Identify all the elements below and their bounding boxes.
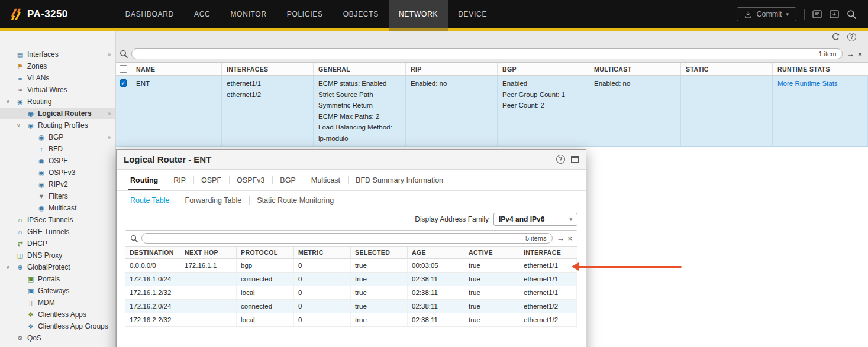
tab-routing[interactable]: Routing <box>122 170 166 190</box>
tasks-icon[interactable] <box>812 10 822 18</box>
nav-objects[interactable]: OBJECTS <box>333 0 389 28</box>
subtab-forwarding-table[interactable]: Forwarding Table <box>178 191 250 210</box>
cell-selected: true <box>351 259 408 272</box>
row-checkbox[interactable]: ✓ <box>120 79 126 87</box>
sidebar-item-routing[interactable]: ∨ ◉ Routing <box>0 96 115 108</box>
sidebar-item-zones[interactable]: ⚑ Zones <box>0 60 115 72</box>
chevron-down-icon[interactable]: ∨ <box>17 122 21 128</box>
sidebar-item-logical-routers[interactable]: ◉ Logical Routers <box>0 108 115 119</box>
tab-ospf[interactable]: OSPF <box>193 170 229 190</box>
dhcp-icon: ⇄ <box>15 241 25 247</box>
nav-network[interactable]: NETWORK <box>389 0 448 28</box>
nav-device[interactable]: DEVICE <box>448 0 497 28</box>
tab-rip[interactable]: RIP <box>166 170 193 190</box>
subtab-route-table[interactable]: Route Table <box>122 191 178 210</box>
commit-button[interactable]: Commit ▾ <box>737 7 796 21</box>
sidebar-item-gre-tunnels[interactable]: ∩ GRE Tunnels <box>0 226 115 238</box>
commit-caret-icon: ▾ <box>786 11 789 17</box>
sidebar-item-lldp[interactable]: ▤ LLDP <box>0 344 115 347</box>
nav-dashboard[interactable]: DASHBOARD <box>115 0 184 28</box>
sidebar-item-ospfv3[interactable]: ◉ OSPFv3 <box>0 167 115 179</box>
column-header-selected[interactable]: SELECTED <box>351 247 408 258</box>
chevron-down-icon[interactable]: ∨ <box>6 99 10 105</box>
more-runtime-stats-link[interactable]: More Runtime Stats <box>777 80 838 87</box>
search-input[interactable] <box>138 50 814 57</box>
chevron-down-icon[interactable]: ∨ <box>6 264 10 270</box>
column-header-metric[interactable]: METRIC <box>294 247 351 258</box>
refresh-icon[interactable] <box>831 33 840 41</box>
tab-ospfv3[interactable]: OSPFv3 <box>229 170 272 190</box>
sidebar-item-clientless-app-groups[interactable]: ❖ Clientless App Groups <box>0 320 115 332</box>
sidebar-item-ospf[interactable]: ◉ OSPF <box>0 155 115 167</box>
cell-age: 00:03:05 <box>408 259 464 272</box>
column-header-bgp[interactable]: BGP <box>498 63 589 75</box>
dialog-maximize-icon[interactable] <box>571 156 579 163</box>
route-row[interactable]: 172.16.2.2/32 local 0 true 02:38:11 true… <box>125 313 577 327</box>
cell-active: true <box>464 273 519 286</box>
apply-filter-icon[interactable]: → <box>556 235 564 242</box>
global-search-icon[interactable] <box>847 9 856 19</box>
sidebar-item-gateways[interactable]: ▣ Gateways <box>0 285 115 297</box>
column-header-multicast[interactable]: MULTICAST <box>589 63 681 75</box>
sidebar-item-interfaces[interactable]: ▤ Interfaces <box>0 48 115 60</box>
general-value: Load-Balancing Method: ip-modulo <box>318 122 401 144</box>
tab-bgp[interactable]: BGP <box>272 170 303 190</box>
sidebar-item-multicast[interactable]: ◉ Multicast <box>0 202 115 214</box>
column-header-static[interactable]: STATIC <box>681 63 773 75</box>
nav-acc[interactable]: ACC <box>184 0 220 28</box>
route-row[interactable]: 172.16.2.0/24 connected 0 true 02:38:11 … <box>125 300 577 313</box>
route-row[interactable]: 172.16.1.0/24 connected 0 true 02:38:11 … <box>125 273 577 286</box>
column-header-protocol[interactable]: PROTOCOL <box>237 247 294 258</box>
select-all-checkbox[interactable] <box>120 65 127 73</box>
column-header-age[interactable]: AGE <box>408 247 464 258</box>
sidebar-item-ripv2[interactable]: ◉ RIPv2 <box>0 179 115 190</box>
route-row[interactable]: 0.0.0.0/0 172.16.1.1 bgp 0 true 00:03:05… <box>125 259 577 273</box>
sidebar-item-clientless-apps[interactable]: ❖ Clientless Apps <box>0 309 115 320</box>
table-row-ent[interactable]: ✓ ENT ethernet1/1 ethernet1/2 ECMP statu… <box>116 76 868 147</box>
column-header-general[interactable]: GENERAL <box>314 63 406 75</box>
sidebar-item-globalprotect[interactable]: ∨ ⊕ GlobalProtect <box>0 261 115 273</box>
item-count: 1 item <box>818 50 836 57</box>
sidebar-item-label: QoS <box>27 334 41 342</box>
column-header-rip[interactable]: RIP <box>406 63 498 75</box>
sidebar-item-vlans[interactable]: ≡ VLANs <box>0 72 115 84</box>
help-icon[interactable]: ? <box>847 33 856 41</box>
sidebar-item-portals[interactable]: ▣ Portals <box>0 273 115 285</box>
column-header-destination[interactable]: DESTINATION <box>125 247 180 258</box>
new-window-icon[interactable] <box>830 10 839 18</box>
route-row[interactable]: 172.16.1.2/32 local 0 true 02:38:11 true… <box>125 286 577 300</box>
subtab-static-route-monitoring[interactable]: Static Route Monitoring <box>249 191 341 210</box>
sidebar-item-dhcp[interactable]: ⇄ DHCP <box>0 238 115 249</box>
column-header-next-hop[interactable]: NEXT HOP <box>180 247 237 258</box>
column-header-interface[interactable]: INTERFACE <box>519 247 577 258</box>
cell-selected: true <box>351 273 408 286</box>
tab-bfd-summary[interactable]: BFD Summary Information <box>348 170 451 190</box>
column-header-runtime-stats[interactable]: RUNTIME STATS <box>773 63 868 75</box>
sidebar-item-ipsec-tunnels[interactable]: ∩ IPSec Tunnels <box>0 214 115 226</box>
address-family-select[interactable]: IPv4 and IPv6 ▾ <box>493 213 577 226</box>
route-search-input[interactable] <box>148 235 521 242</box>
sidebar-item-virtual-wires[interactable]: ≈ Virtual Wires <box>0 84 115 96</box>
sidebar-item-qos[interactable]: ⚙ QoS <box>0 332 115 344</box>
dialog-help-icon[interactable]: ? <box>556 155 565 164</box>
sidebar-item-routing-profiles[interactable]: ∨ ◉ Routing Profiles <box>0 119 115 131</box>
general-value: Symmetric Return <box>318 100 401 111</box>
nav-monitor[interactable]: MONITOR <box>220 0 276 28</box>
clear-filter-icon[interactable]: × <box>567 235 572 242</box>
column-header-name[interactable]: NAME <box>131 63 222 75</box>
multicast-icon: ◉ <box>37 205 46 212</box>
cell-active: true <box>464 300 519 313</box>
sidebar-item-mdm[interactable]: ▯ MDM <box>0 297 115 309</box>
sidebar-item-filters[interactable]: ▼ Filters <box>0 190 115 202</box>
sidebar-item-dns-proxy[interactable]: ◫ DNS Proxy <box>0 249 115 261</box>
sidebar-item-bfd[interactable]: ↕ BFD <box>0 143 115 155</box>
tab-multicast[interactable]: Multicast <box>304 170 348 190</box>
sidebar-item-bgp[interactable]: ◉ BGP <box>0 131 115 143</box>
apply-filter-icon[interactable]: → <box>846 50 854 58</box>
cell-metric: 0 <box>294 286 351 299</box>
clear-filter-icon[interactable]: × <box>857 50 862 58</box>
nav-policies[interactable]: POLICIES <box>277 0 333 28</box>
column-header-interfaces[interactable]: INTERFACES <box>222 63 314 75</box>
route-table-panel: 5 items → × DESTINATION NEXT HOP PROTOCO… <box>125 230 577 327</box>
column-header-active[interactable]: ACTIVE <box>464 247 519 258</box>
